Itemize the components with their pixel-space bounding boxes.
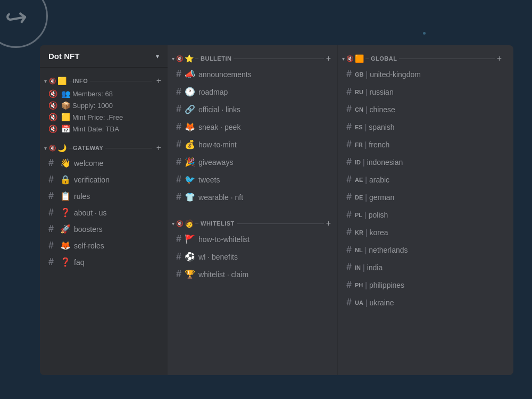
channel-ukraine[interactable]: # UA | ukraine [340, 294, 506, 311]
collapse-icon-gateway: ▾ [44, 145, 47, 151]
hash-icon: # [176, 156, 181, 168]
channel-chinese[interactable]: # CN | chinese [340, 101, 506, 118]
pl-code: PL [355, 212, 362, 218]
channel-self-roles[interactable]: # 🦊 self-roles [42, 238, 165, 253]
category-name-info: INFO [73, 78, 88, 84]
channel-name-roadmap: roadmap [198, 88, 228, 96]
info-members: 🔇 👥 Members: 68 [40, 88, 168, 99]
info-mint-price: 🔇 🟨 Mint Price: .Free [40, 111, 168, 123]
channel-name-german: german [369, 193, 394, 202]
hash-icon: # [346, 262, 352, 273]
gb-code: GB [355, 71, 364, 78]
channel-name-announcements: announcements [198, 70, 252, 79]
hash-icon: # [176, 104, 181, 115]
channel-announcements[interactable]: # 📣 announcements [170, 66, 335, 82]
channel-united-kingdom[interactable]: # GB | united-kingdom [340, 66, 506, 82]
channel-name-official-links: official · links [198, 105, 240, 114]
add-whitelist-channel[interactable]: + [324, 219, 333, 228]
channel-name-spanish: spanish [369, 123, 394, 131]
mute-global: 🔇 [346, 55, 354, 62]
info-mint-date: 🔇 📅 Mint Date: TBA [40, 123, 168, 135]
channel-name-netherlands: netherlands [369, 246, 408, 254]
channel-name-korea: korea [370, 228, 388, 237]
hash-icon: # [176, 86, 181, 97]
channel-name-faq: faq [74, 258, 84, 267]
channel-name-sneak-peek: sneak · peek [198, 123, 240, 131]
channel-wl-benefits[interactable]: # ⚽ wl · benefits [170, 248, 335, 265]
category-name-gateway: GATEWAY [73, 145, 103, 151]
sidebar: Dot NFT ▾ ▾ 🔇 🟨 INFO + 🔇 👥 Members: 68 🔇… [40, 45, 168, 375]
channel-name-verification: verification [74, 176, 110, 184]
category-gateway-header[interactable]: ▾ 🔇 🌙 GATEWAY + [40, 135, 168, 155]
channel-roadmap[interactable]: # 🕐 roadmap [170, 84, 335, 100]
add-global-channel[interactable]: + [495, 54, 504, 63]
bg-dot-2 [423, 32, 426, 35]
members-text: Members: 68 [72, 90, 113, 98]
channel-name-wl-benefits: wl · benefits [198, 253, 238, 261]
channel-arabic[interactable]: # AE | arabic [340, 171, 506, 188]
channel-name-giveaways: giveaways [198, 158, 233, 167]
members-emoji: 👥 [61, 89, 70, 98]
channel-india[interactable]: # IN | india [340, 259, 506, 276]
channel-official-links[interactable]: # 🔗 official · links [170, 101, 335, 118]
price-text: Mint Price: .Free [72, 113, 123, 121]
hash-icon: # [346, 297, 352, 308]
ua-code: UA [355, 300, 363, 306]
hash-icon: # [346, 121, 352, 132]
channel-polish[interactable]: # PL | polish [340, 206, 506, 223]
channel-name-how-whitelist: how-to-whitelist [198, 235, 250, 244]
nl-code: NL [355, 247, 363, 253]
channel-name-arabic: arabic [369, 176, 389, 184]
hash-icon: # [346, 156, 352, 168]
channel-sneak-peek[interactable]: # 🦊 sneak · peek [170, 119, 335, 135]
channel-tweets[interactable]: # 🐦 tweets [170, 171, 335, 188]
channel-korea[interactable]: # KR | korea [340, 224, 506, 240]
id-code: ID [355, 159, 361, 165]
collapse-icon: ▾ [44, 78, 47, 84]
fr-code: FR [355, 142, 363, 148]
channel-russian[interactable]: # RU | russian [340, 84, 506, 100]
price-emoji: 🟨 [61, 113, 70, 121]
channel-rules[interactable]: # 📋 rules [42, 188, 165, 204]
global-column: ▾ 🔇 🟧 GLOBAL + # GB | united-kingdom # R… [338, 45, 508, 375]
global-category-header[interactable]: ▾ 🔇 🟧 GLOBAL + [338, 45, 508, 65]
info-supply: 🔇 📦 Supply: 1000 [40, 99, 168, 111]
add-channel-info[interactable]: + [154, 76, 163, 86]
hash-icon: # [48, 240, 57, 251]
channel-faq[interactable]: # ❓ faq [42, 254, 165, 270]
add-channel-gateway[interactable]: + [154, 143, 163, 153]
category-info-header[interactable]: ▾ 🔇 🟨 INFO + [40, 68, 168, 88]
channel-how-to-mint[interactable]: # 💰 how·to·mint [170, 136, 335, 153]
hash-icon: # [346, 244, 352, 255]
ru-code: RU [355, 89, 363, 95]
channel-name-polish: polish [369, 211, 388, 219]
wearable-emoji: 👕 [185, 192, 195, 202]
server-header[interactable]: Dot NFT ▾ [40, 45, 168, 68]
channel-giveaways[interactable]: # 🎉 giveaways [170, 154, 335, 170]
channel-german[interactable]: # DE | german [340, 189, 506, 205]
channel-verification[interactable]: # 🔒 verification [42, 172, 165, 187]
channel-wearable-nft[interactable]: # 👕 wearable · nft [170, 189, 335, 205]
mute-icon: 🔇 [49, 78, 56, 85]
hash-icon: # [48, 223, 57, 235]
channel-spanish[interactable]: # ES | spanish [340, 119, 506, 135]
channel-philippines[interactable]: # PH | philippines [340, 277, 506, 293]
bulletin-column: ▾ 🔇 ⭐ BULLETIN + # 📣 announcements # 🕐 r… [168, 45, 338, 375]
channel-netherlands[interactable]: # NL | netherlands [340, 242, 506, 258]
bulletin-category-header[interactable]: ▾ 🔇 ⭐ BULLETIN + [168, 45, 337, 65]
date-text: Mint Date: TBA [72, 125, 119, 133]
channel-how-to-whitelist[interactable]: # 🚩 how-to-whitelist [170, 231, 335, 247]
gateway-emoji: 🌙 [57, 144, 66, 152]
kr-code: KR [355, 229, 363, 236]
channel-indonesian[interactable]: # ID | indonesian [340, 154, 506, 170]
channel-welcome[interactable]: # 👋 welcome [42, 155, 165, 171]
channel-whitelist-claim[interactable]: # 🏆 whitelist · claim [170, 266, 335, 282]
tweets-emoji: 🐦 [185, 174, 195, 185]
add-bulletin-channel[interactable]: + [324, 54, 333, 63]
channel-about-us[interactable]: # ❓ about · us [42, 205, 165, 220]
channel-name-boosters: boosters [74, 225, 103, 234]
channel-boosters[interactable]: # 🚀 boosters [42, 221, 165, 237]
whitelist-category-header[interactable]: ▾ 🔇 🧑 WHITELIST + [168, 210, 337, 230]
mute-icon-members: 🔇 [48, 89, 58, 98]
channel-french[interactable]: # FR | french [340, 136, 506, 153]
